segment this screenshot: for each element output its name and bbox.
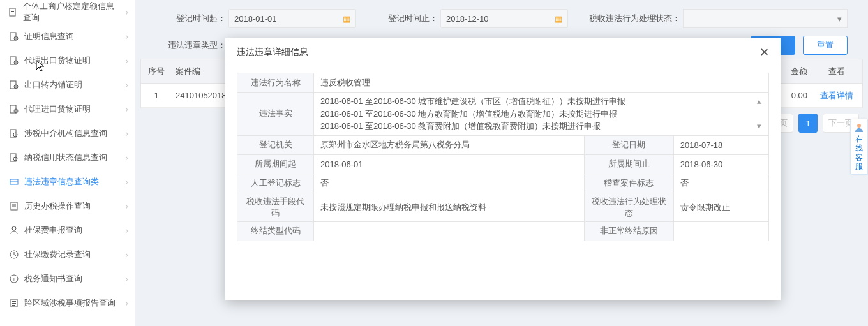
scroll-icon[interactable]: ▴▾ (757, 95, 767, 133)
val-handle: 责令限期改正 (673, 193, 768, 221)
cert-icon (9, 104, 19, 114)
reset-button[interactable]: 重置 (803, 36, 848, 55)
calendar-icon: ▦ (343, 14, 350, 24)
reg-end-input[interactable]: 2018-12-10 ▦ (440, 9, 568, 28)
lbl-date: 登记日期 (584, 135, 673, 154)
svg-rect-11 (10, 130, 16, 137)
lbl-pstart: 所属期间起 (237, 154, 314, 174)
sidebar-item-label: 社保费申报查询 (24, 225, 82, 236)
lbl-manual: 人工登记标志 (237, 174, 314, 193)
svg-rect-29 (12, 301, 16, 302)
svg-text:i: i (13, 276, 15, 282)
close-icon[interactable]: ✕ (760, 45, 769, 59)
val-org: 原郑州市金水区地方税务局第八税务分局 (314, 135, 585, 154)
sidebar: 个体工商户核定定额信息查询 › 证明信息查询 › 代理出口货物证明 › 出口转内… (0, 0, 135, 326)
chevron-right-icon: › (125, 152, 128, 163)
chevron-right-icon: › (125, 177, 128, 187)
calendar-icon: ▦ (555, 14, 562, 24)
sidebar-item-label: 历史办税操作查询 (24, 200, 91, 212)
sidebar-item-label: 个体工商户核定定额信息查询 (23, 1, 120, 24)
report-icon (9, 298, 19, 308)
status-select[interactable]: ▾ (683, 9, 848, 28)
svg-rect-2 (11, 11, 14, 12)
sidebar-item-label: 税务通知书查询 (24, 273, 82, 285)
col-view: 查看 (811, 66, 862, 77)
chevron-right-icon: › (125, 31, 128, 41)
reg-start-input[interactable]: 2018-01-01 ▦ (228, 9, 356, 28)
chevron-right-icon: › (125, 274, 128, 284)
val-pstart: 2018-06-01 (314, 154, 585, 174)
search-doc-icon (9, 152, 19, 163)
val-name: 违反税收管理 (314, 73, 769, 93)
sidebar-item-label: 纳税信用状态信息查询 (24, 152, 107, 163)
sidebar-item-0[interactable]: 个体工商户核定定额信息查询 › (0, 0, 135, 24)
chevron-right-icon: › (125, 80, 128, 90)
lbl-method: 税收违法手段代码 (237, 193, 314, 221)
reg-start-value: 2018-01-01 (234, 14, 343, 24)
lbl-facts: 违法事实 (237, 93, 314, 136)
val-facts: 2018-06-01 至2018-06-30 城市维护建设税（市区（增值税附征）… (314, 93, 769, 136)
lbl-name: 违法行为名称 (237, 73, 314, 93)
sidebar-item-7[interactable]: 违法违章信息查询类 › (0, 170, 135, 194)
chevron-right-icon: › (125, 128, 128, 138)
reg-end-value: 2018-12-10 (446, 14, 555, 24)
lbl-pend: 所属期间止 (584, 154, 673, 174)
sidebar-item-11[interactable]: i 税务通知书查询 › (0, 267, 135, 291)
sidebar-item-5[interactable]: 涉税中介机构信息查询 › (0, 121, 135, 145)
sidebar-item-9[interactable]: 社保费申报查询 › (0, 218, 135, 242)
sidebar-item-6[interactable]: 纳税信用状态信息查询 › (0, 145, 135, 170)
chevron-right-icon: › (125, 298, 128, 308)
sidebar-item-8[interactable]: 历史办税操作查询 › (0, 194, 135, 218)
sidebar-item-4[interactable]: 代理进口货物证明 › (0, 97, 135, 121)
chevron-right-icon: › (125, 201, 128, 211)
pager-page-1[interactable]: 1 (798, 114, 818, 133)
chevron-right-icon: › (125, 104, 128, 114)
doc-icon (9, 7, 18, 17)
sidebar-item-10[interactable]: 社保缴费记录查询 › (0, 242, 135, 267)
sidebar-item-label: 证明信息查询 (24, 31, 74, 42)
type-label: 违法违章类型： (156, 40, 226, 51)
svg-rect-17 (10, 179, 18, 184)
cert-icon (9, 56, 19, 66)
sidebar-item-label: 社保缴费记录查询 (24, 249, 91, 260)
modal-title: 违法违章详细信息 (237, 47, 308, 58)
val-manual: 否 (314, 174, 585, 193)
svg-line-25 (14, 255, 16, 256)
online-support[interactable]: 在线客服 (850, 119, 868, 175)
sidebar-item-label: 跨区域涉税事项报告查询 (24, 297, 116, 309)
sidebar-item-2[interactable]: 代理出口货物证明 › (0, 48, 135, 73)
detail-modal: 违法违章详细信息 ✕ 违法行为名称 违反税收管理 违法事实 2018-06-01… (225, 38, 781, 300)
status-label: 税收违法行为处理状态： (580, 13, 680, 24)
sidebar-item-3[interactable]: 出口转内销证明 › (0, 73, 135, 97)
lbl-inspect: 稽查案件标志 (584, 174, 673, 193)
view-detail-link[interactable]: 查看详情 (811, 90, 862, 101)
modal-header: 违法违章详细信息 ✕ (225, 38, 781, 66)
lbl-endtype: 终结类型代码 (237, 221, 314, 241)
val-pend: 2018-06-30 (673, 154, 768, 174)
lbl-handle: 税收违法行为处理状态 (584, 193, 673, 221)
col-seq: 序号 (141, 66, 172, 77)
lbl-org: 登记机关 (237, 135, 314, 154)
svg-rect-31 (12, 305, 15, 306)
search-doc-icon (9, 128, 19, 138)
val-endtype (314, 221, 585, 241)
sidebar-item-label: 代理进口货物证明 (24, 103, 91, 115)
chevron-right-icon: › (125, 249, 128, 260)
svg-line-13 (17, 136, 18, 137)
violation-icon (9, 177, 19, 187)
sidebar-item-label: 出口转内销证明 (24, 79, 82, 91)
sidebar-item-1[interactable]: 证明信息查询 › (0, 24, 135, 48)
reg-end-label: 登记时间止： (368, 13, 438, 24)
cert-icon (9, 80, 19, 90)
cert-icon (9, 31, 19, 41)
svg-line-16 (17, 160, 18, 161)
svg-point-32 (857, 124, 861, 128)
sidebar-item-12[interactable]: 跨区域涉税事项报告查询 › (0, 291, 135, 315)
val-abnorm (673, 221, 768, 241)
sidebar-item-label: 违法违章信息查询类 (24, 176, 99, 188)
cell-seq: 1 (141, 91, 172, 100)
history-icon (9, 201, 19, 211)
svg-rect-14 (10, 154, 16, 161)
chevron-right-icon: › (125, 7, 128, 17)
detail-table: 违法行为名称 违反税收管理 违法事实 2018-06-01 至2018-06-3… (237, 73, 769, 241)
